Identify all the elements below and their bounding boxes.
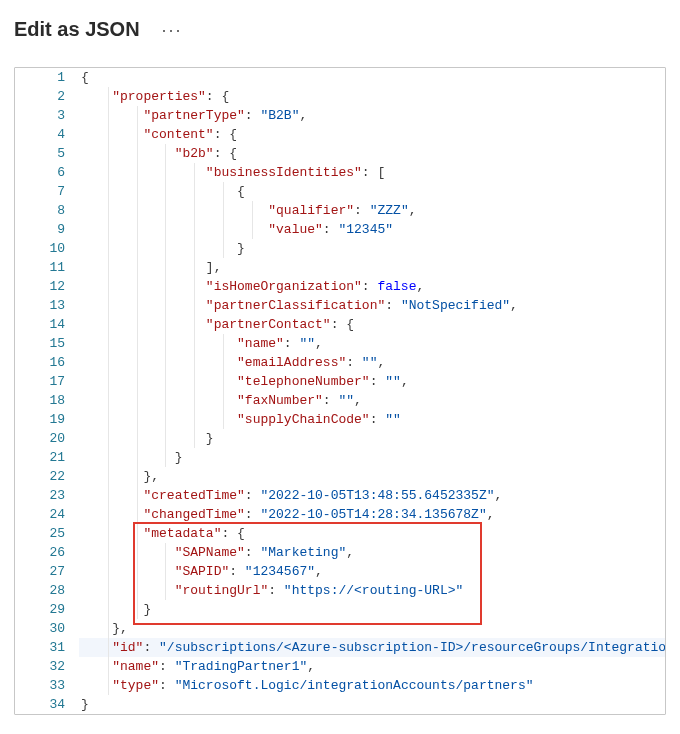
code-content[interactable]: "faxNumber": "", (79, 391, 665, 410)
code-content[interactable]: { (79, 182, 665, 201)
line-number: 26 (15, 543, 79, 562)
code-line[interactable]: 18 "faxNumber": "", (15, 391, 665, 410)
code-line[interactable]: 34} (15, 695, 665, 714)
code-line[interactable]: 14 "partnerContact": { (15, 315, 665, 334)
code-content[interactable]: "supplyChainCode": "" (79, 410, 665, 429)
code-line[interactable]: 23 "createdTime": "2022-10-05T13:48:55.6… (15, 486, 665, 505)
code-content[interactable]: "routingUrl": "https://<routing-URL>" (79, 581, 665, 600)
line-number: 21 (15, 448, 79, 467)
code-line[interactable]: 29 } (15, 600, 665, 619)
line-number: 34 (15, 695, 79, 714)
code-content[interactable]: "partnerContact": { (79, 315, 665, 334)
code-content[interactable]: }, (79, 619, 665, 638)
line-number: 20 (15, 429, 79, 448)
code-content[interactable]: "value": "12345" (79, 220, 665, 239)
code-line[interactable]: 27 "SAPID": "1234567", (15, 562, 665, 581)
code-line[interactable]: 20 } (15, 429, 665, 448)
code-line[interactable]: 5 "b2b": { (15, 144, 665, 163)
line-number: 32 (15, 657, 79, 676)
code-line[interactable]: 24 "changedTime": "2022-10-05T14:28:34.1… (15, 505, 665, 524)
code-line[interactable]: 28 "routingUrl": "https://<routing-URL>" (15, 581, 665, 600)
line-number: 1 (15, 68, 79, 87)
code-content[interactable]: { (79, 68, 665, 87)
code-line[interactable]: 11 ], (15, 258, 665, 277)
line-number: 17 (15, 372, 79, 391)
code-content[interactable]: "type": "Microsoft.Logic/integrationAcco… (79, 676, 665, 695)
code-line[interactable]: 10 } (15, 239, 665, 258)
line-number: 14 (15, 315, 79, 334)
code-content[interactable]: "name": "TradingPartner1", (79, 657, 665, 676)
code-content[interactable]: } (79, 239, 665, 258)
code-line[interactable]: 26 "SAPName": "Marketing", (15, 543, 665, 562)
code-content[interactable]: "b2b": { (79, 144, 665, 163)
code-line[interactable]: 3 "partnerType": "B2B", (15, 106, 665, 125)
code-content[interactable]: "metadata": { (79, 524, 665, 543)
line-number: 13 (15, 296, 79, 315)
code-line[interactable]: 8 "qualifier": "ZZZ", (15, 201, 665, 220)
line-number: 27 (15, 562, 79, 581)
code-line[interactable]: 22 }, (15, 467, 665, 486)
line-number: 8 (15, 201, 79, 220)
line-number: 19 (15, 410, 79, 429)
page-title: Edit as JSON (14, 18, 140, 41)
code-line[interactable]: 30 }, (15, 619, 665, 638)
code-line[interactable]: 12 "isHomeOrganization": false, (15, 277, 665, 296)
line-number: 5 (15, 144, 79, 163)
line-number: 11 (15, 258, 79, 277)
code-line[interactable]: 13 "partnerClassification": "NotSpecifie… (15, 296, 665, 315)
code-content[interactable]: "id": "/subscriptions/<Azure-subscriptio… (79, 638, 665, 657)
code-content[interactable]: }, (79, 467, 665, 486)
code-content[interactable]: "SAPID": "1234567", (79, 562, 665, 581)
line-number: 24 (15, 505, 79, 524)
code-content[interactable]: "name": "", (79, 334, 665, 353)
code-line[interactable]: 1{ (15, 68, 665, 87)
more-actions-button[interactable]: ··· (162, 21, 183, 39)
code-line[interactable]: 32 "name": "TradingPartner1", (15, 657, 665, 676)
code-content[interactable]: } (79, 695, 665, 714)
line-number: 3 (15, 106, 79, 125)
line-number: 18 (15, 391, 79, 410)
code-content[interactable]: "changedTime": "2022-10-05T14:28:34.1356… (79, 505, 665, 524)
line-number: 7 (15, 182, 79, 201)
line-number: 4 (15, 125, 79, 144)
line-number: 9 (15, 220, 79, 239)
code-content[interactable]: "content": { (79, 125, 665, 144)
code-line[interactable]: 31 "id": "/subscriptions/<Azure-subscrip… (15, 638, 665, 657)
code-content[interactable]: "telephoneNumber": "", (79, 372, 665, 391)
code-line[interactable]: 33 "type": "Microsoft.Logic/integrationA… (15, 676, 665, 695)
code-line[interactable]: 17 "telephoneNumber": "", (15, 372, 665, 391)
code-content[interactable]: "isHomeOrganization": false, (79, 277, 665, 296)
line-number: 15 (15, 334, 79, 353)
code-content[interactable]: "partnerType": "B2B", (79, 106, 665, 125)
code-line[interactable]: 21 } (15, 448, 665, 467)
line-number: 33 (15, 676, 79, 695)
line-number: 6 (15, 163, 79, 182)
line-number: 28 (15, 581, 79, 600)
line-number: 30 (15, 619, 79, 638)
code-line[interactable]: 7 { (15, 182, 665, 201)
code-line[interactable]: 25 "metadata": { (15, 524, 665, 543)
code-content[interactable]: "emailAddress": "", (79, 353, 665, 372)
code-line[interactable]: 15 "name": "", (15, 334, 665, 353)
json-editor[interactable]: 1{2 "properties": {3 "partnerType": "B2B… (14, 67, 666, 715)
code-line[interactable]: 19 "supplyChainCode": "" (15, 410, 665, 429)
code-content[interactable]: } (79, 600, 665, 619)
code-content[interactable]: } (79, 429, 665, 448)
code-content[interactable]: "businessIdentities": [ (79, 163, 665, 182)
code-content[interactable]: "createdTime": "2022-10-05T13:48:55.6452… (79, 486, 665, 505)
line-number: 25 (15, 524, 79, 543)
code-content[interactable]: "properties": { (79, 87, 665, 106)
code-line[interactable]: 2 "properties": { (15, 87, 665, 106)
code-line[interactable]: 4 "content": { (15, 125, 665, 144)
code-line[interactable]: 9 "value": "12345" (15, 220, 665, 239)
code-line[interactable]: 16 "emailAddress": "", (15, 353, 665, 372)
code-line[interactable]: 6 "businessIdentities": [ (15, 163, 665, 182)
code-content[interactable]: } (79, 448, 665, 467)
code-content[interactable]: "qualifier": "ZZZ", (79, 201, 665, 220)
code-content[interactable]: ], (79, 258, 665, 277)
line-number: 31 (15, 638, 79, 657)
line-number: 23 (15, 486, 79, 505)
code-content[interactable]: "partnerClassification": "NotSpecified", (79, 296, 665, 315)
code-content[interactable]: "SAPName": "Marketing", (79, 543, 665, 562)
line-number: 29 (15, 600, 79, 619)
